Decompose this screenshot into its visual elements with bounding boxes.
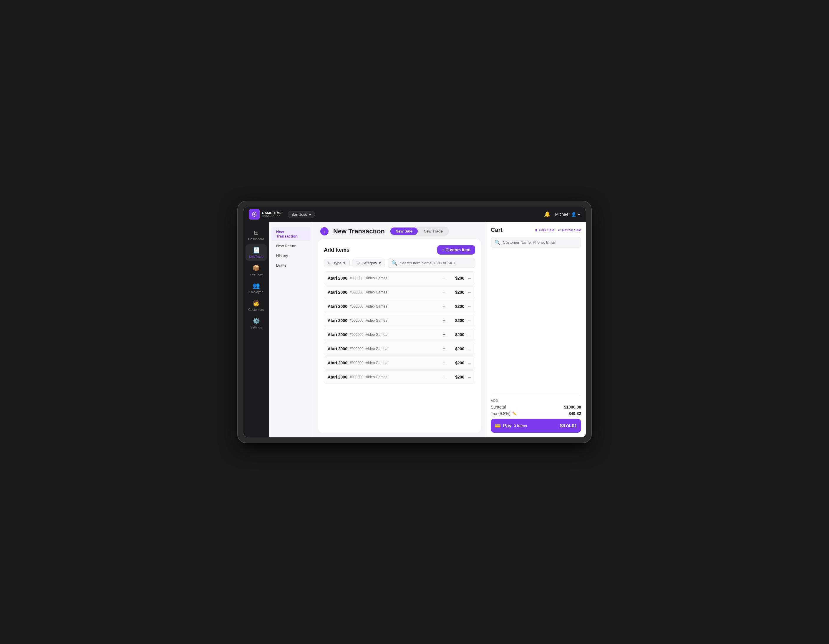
dashboard-icon: ⊞ — [254, 229, 259, 236]
sidebar-item-customers[interactable]: 🧑 Customers — [246, 297, 267, 314]
location-label: San Jose — [292, 212, 307, 217]
item-category: Video Games — [366, 304, 388, 309]
back-button[interactable]: ‹ — [320, 227, 329, 235]
sidebar-item-employee[interactable]: 👥 Employee — [246, 280, 267, 296]
subtotal-label: Subtotal — [491, 405, 506, 409]
settings-icon: ⚙️ — [252, 317, 260, 324]
more-options-button[interactable]: ··· — [468, 375, 471, 379]
item-price: $200 — [451, 318, 464, 323]
logo-area: GAME TIME HOBBY SHOP — [249, 209, 282, 220]
item-sku: #000000 — [350, 375, 364, 379]
item-price: $200 — [451, 332, 464, 337]
customer-search[interactable]: 🔍 — [491, 237, 581, 248]
customer-search-input[interactable] — [503, 240, 577, 245]
pay-label: Pay — [503, 423, 511, 428]
tab-new-trade[interactable]: New Trade — [418, 228, 448, 235]
add-item-button[interactable]: + — [440, 275, 448, 282]
retrieve-sale-label: Retrive Sale — [562, 228, 581, 232]
table-row: Atari 2000 #000000 Video Games + $200 ··… — [324, 314, 475, 327]
item-name: Atari 2000 — [328, 276, 347, 280]
item-actions: + $200 ··· — [440, 303, 471, 310]
user-menu[interactable]: Michael 👤 ▾ — [555, 212, 580, 217]
bell-icon[interactable]: 🔔 — [544, 211, 550, 217]
table-row: Atari 2000 #000000 Video Games + $200 ··… — [324, 328, 475, 342]
item-category: Video Games — [366, 276, 388, 280]
type-filter[interactable]: ⊞ Type ▾ — [324, 259, 350, 267]
sidebar-item-sell-trade[interactable]: 🧾 Sell/Trade — [246, 244, 267, 261]
location-selector[interactable]: San Jose ▾ — [288, 211, 315, 218]
item-name: Atari 2000 — [328, 346, 347, 351]
sub-sidebar-new-return[interactable]: New Return — [271, 241, 310, 250]
logo-icon — [249, 209, 260, 220]
chevron-down-icon: ▾ — [343, 261, 345, 265]
custom-item-button[interactable]: + Custom Item — [437, 245, 475, 255]
sub-sidebar-new-transaction[interactable]: New Transaction — [271, 227, 310, 241]
item-category: Video Games — [366, 332, 388, 337]
type-filter-icon: ⊞ — [328, 261, 331, 265]
item-name: Atari 2000 — [328, 318, 347, 323]
item-actions: + $200 ··· — [440, 289, 471, 296]
page-header: ‹ New Transaction New Sale New Trade — [313, 222, 486, 239]
item-sku: #000000 — [350, 276, 364, 280]
sub-sidebar-history[interactable]: History — [271, 251, 310, 260]
park-icon: ⏸ — [534, 228, 538, 232]
item-name: Atari 2000 — [328, 332, 347, 337]
category-filter[interactable]: ⊞ Category ▾ — [352, 259, 385, 267]
chevron-down-icon: ▾ — [578, 212, 580, 217]
search-icon: 🔍 — [495, 239, 500, 245]
edit-tax-icon[interactable]: ✏️ — [512, 411, 517, 416]
search-input[interactable] — [400, 261, 471, 265]
search-icon: 🔍 — [392, 260, 397, 266]
add-item-button[interactable]: + — [440, 331, 448, 338]
more-options-button[interactable]: ··· — [468, 318, 471, 323]
search-bar[interactable]: 🔍 — [388, 258, 475, 268]
item-actions: + $200 ··· — [440, 275, 471, 282]
items-panel: Add Items + Custom Item ⊞ Type ▾ ⊞ Categ… — [318, 239, 481, 433]
more-options-button[interactable]: ··· — [468, 361, 471, 365]
sidebar-item-settings[interactable]: ⚙️ Settings — [246, 315, 267, 331]
item-sku: #000000 — [350, 332, 364, 337]
more-options-button[interactable]: ··· — [468, 346, 471, 351]
item-category: Video Games — [366, 318, 388, 323]
item-category: Video Games — [366, 375, 388, 379]
item-category: Video Games — [366, 290, 388, 294]
top-bar-right: 🔔 Michael 👤 ▾ — [544, 211, 580, 217]
item-category: Video Games — [366, 361, 388, 365]
items-header: Add Items + Custom Item — [324, 245, 475, 255]
more-options-button[interactable]: ··· — [468, 332, 471, 337]
item-price: $200 — [451, 276, 464, 280]
tab-new-sale[interactable]: New Sale — [390, 228, 418, 235]
table-row: Atari 2000 #000000 Video Games + $200 ··… — [324, 271, 475, 285]
add-item-button[interactable]: + — [440, 345, 448, 352]
chevron-down-icon: ▾ — [309, 212, 311, 217]
sidebar-item-label: Settings — [250, 326, 262, 329]
add-item-button[interactable]: + — [440, 373, 448, 381]
add-item-button[interactable]: + — [440, 359, 448, 367]
inventory-icon: 📦 — [252, 264, 260, 271]
add-item-button[interactable]: + — [440, 289, 448, 296]
item-name: Atari 2000 — [328, 290, 347, 294]
more-options-button[interactable]: ··· — [468, 304, 471, 309]
sub-sidebar-drafts[interactable]: Drafts — [271, 261, 310, 270]
retrieve-sale-button[interactable]: ↩ Retrive Sale — [558, 228, 581, 232]
item-price: $200 — [451, 290, 464, 294]
top-bar: GAME TIME HOBBY SHOP San Jose ▾ 🔔 Michae… — [243, 206, 586, 222]
tax-line: Tax (9.8%) ✏️ $49.82 — [491, 411, 581, 416]
cart-title: Cart — [491, 227, 503, 233]
add-item-button[interactable]: + — [440, 303, 448, 310]
sidebar-item-inventory[interactable]: 📦 Inventory — [246, 262, 267, 279]
table-row: Atari 2000 #000000 Video Games + $200 ··… — [324, 300, 475, 313]
add-item-button[interactable]: + — [440, 317, 448, 324]
sidebar-item-dashboard[interactable]: ⊞ Dashboard — [246, 227, 267, 243]
subtotal-line: Subtotal $1000.00 — [491, 405, 581, 409]
content-area: ‹ New Transaction New Sale New Trade Add… — [313, 222, 486, 438]
pay-button[interactable]: 💳 Pay 3 Items $974.01 — [491, 419, 581, 433]
cart-actions: ⏸ Park Sale ↩ Retrive Sale — [534, 228, 581, 232]
more-options-button[interactable]: ··· — [468, 276, 471, 280]
table-row: Atari 2000 #000000 Video Games + $200 ··… — [324, 342, 475, 356]
tab-group: New Sale New Trade — [389, 227, 449, 236]
item-name: Atari 2000 — [328, 375, 347, 379]
more-options-button[interactable]: ··· — [468, 290, 471, 294]
park-sale-button[interactable]: ⏸ Park Sale — [534, 228, 554, 232]
sidebar: ⊞ Dashboard 🧾 Sell/Trade 📦 Inventory 👥 E… — [243, 222, 269, 438]
